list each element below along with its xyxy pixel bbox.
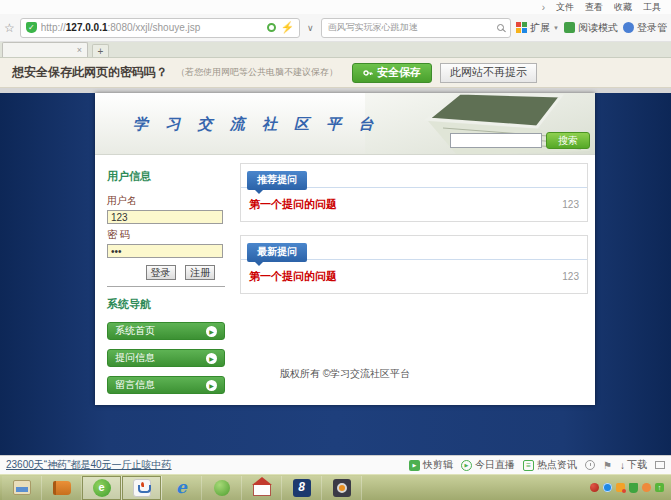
password-field[interactable] — [107, 244, 223, 258]
hot-news-button[interactable]: ≡ 热点资讯 — [523, 458, 577, 472]
live-today-label: 今日直播 — [475, 458, 515, 472]
register-button[interactable]: 注册 — [185, 265, 215, 280]
url-path: :8080/xxjl/shouye.jsp — [108, 22, 201, 33]
login-button-row: 登录 注册 — [107, 262, 223, 280]
taskbar-pea-button[interactable] — [202, 476, 242, 500]
taskbar-notepad-button[interactable] — [2, 476, 42, 500]
latest-section: 最新提问 第一个提问的问题 123 — [240, 235, 588, 294]
username-label: 用户名 — [107, 194, 225, 208]
menu-file[interactable]: 文件 — [556, 1, 574, 14]
question-row: 第一个提问的问题 123 — [241, 260, 587, 293]
url-text: http://127.0.0.1:8080/xxjl/shouye.jsp — [41, 22, 264, 33]
dismiss-site-button[interactable]: 此网站不再提示 — [440, 63, 537, 83]
search-icon[interactable] — [497, 24, 504, 31]
password-save-bar: 想安全保存此网页的密码吗？ （若您使用网吧等公共电脑不建议保存） 安全保存 此网… — [0, 58, 671, 88]
nav-item-questions[interactable]: 提问信息 ▶ — [107, 349, 225, 367]
site-title: 学 习 交 流 社 区 平 台 — [133, 115, 380, 134]
site-body: 用户信息 用户名 密 码 登录 注册 系统导航 系统首页 ▶ — [95, 155, 595, 405]
page-viewport: 学 习 交 流 社 区 平 台 搜索 用户信息 用户名 密 码 登录 注册 — [0, 88, 671, 455]
menu-view[interactable]: 查看 — [585, 1, 603, 14]
menu-collapse-icon[interactable]: › — [542, 2, 545, 13]
main-content: 推荐提问 第一个提问的问题 123 最新提问 第一个提问的问题 — [240, 163, 588, 307]
news-ticker-link[interactable]: 23600天“神药”都是40元一斤止咳中药 — [6, 458, 172, 472]
site-search-input[interactable] — [450, 133, 542, 148]
eight-app-icon: 8 — [293, 479, 311, 497]
nav-item-home[interactable]: 系统首页 ▶ — [107, 322, 225, 340]
sidebar-divider — [107, 286, 225, 287]
download-arrow-icon: ↓ — [620, 460, 625, 471]
flag-icon[interactable]: ⚑ — [603, 460, 612, 471]
question-link[interactable]: 第一个提问的问题 — [249, 197, 337, 212]
extensions-label: 扩展 — [530, 21, 550, 35]
window-icon[interactable] — [655, 461, 665, 469]
url-field[interactable]: ✓ http://127.0.0.1:8080/xxjl/shouye.jsp … — [20, 18, 300, 38]
security-shield-icon[interactable]: ✓ — [26, 22, 37, 33]
live-today-button[interactable]: ▶ 今日直播 — [461, 458, 515, 472]
taskbar-dictionary-button[interactable] — [42, 476, 82, 500]
home-icon — [253, 484, 271, 496]
browser-tab[interactable]: × — [2, 42, 88, 57]
taskbar-java-button[interactable] — [122, 476, 162, 500]
menu-tools[interactable]: 工具 — [643, 1, 661, 14]
screen: › 文件 查看 收藏 工具 ☆ ✓ http://127.0.0.1:8080/… — [0, 0, 671, 500]
java-cup-icon — [133, 479, 151, 497]
new-tab-button[interactable]: + — [92, 44, 109, 57]
tray-blue-star-icon[interactable] — [603, 483, 612, 492]
taskbar-home-button[interactable] — [242, 476, 282, 500]
hot-news-label: 热点资讯 — [537, 458, 577, 472]
extensions-button[interactable]: 扩展 ▼ — [516, 21, 559, 35]
bookmark-star-icon[interactable]: ☆ — [4, 22, 15, 34]
taskbar-media-player-button[interactable] — [322, 476, 362, 500]
speed-bolt-icon[interactable]: ⚡ — [280, 21, 294, 34]
browser-search-box[interactable] — [321, 18, 511, 38]
nav-title: 系统导航 — [107, 297, 225, 312]
tray-orange-badge-icon[interactable] — [616, 483, 625, 492]
url-dropdown-icon[interactable]: ∨ — [305, 23, 316, 33]
system-tray: ↑ — [590, 483, 671, 493]
quick-clip-button[interactable]: ▶ 快剪辑 — [409, 458, 453, 472]
book-icon — [53, 481, 71, 495]
arrow-circle-icon: ▶ — [206, 353, 217, 364]
download-label: 下载 — [627, 458, 647, 472]
menu-favorites[interactable]: 收藏 — [614, 1, 632, 14]
taskbar: e e 8 ↑ — [0, 474, 671, 500]
news-lines-icon: ≡ — [523, 460, 534, 471]
save-password-button[interactable]: 安全保存 — [352, 63, 432, 83]
password-save-hint: （若您使用网吧等公共电脑不建议保存） — [176, 66, 338, 79]
nav-questions-label: 提问信息 — [115, 351, 155, 365]
question-link[interactable]: 第一个提问的问题 — [249, 269, 337, 284]
password-save-question: 想安全保存此网页的密码吗？ — [12, 64, 168, 81]
site-container: 学 习 交 流 社 区 平 台 搜索 用户信息 用户名 密 码 登录 注册 — [95, 93, 595, 405]
tray-orange-dot-icon[interactable] — [642, 483, 651, 492]
login-button[interactable]: 登录 — [146, 265, 176, 280]
history-clock-icon[interactable] — [585, 460, 595, 470]
tray-updater-icon[interactable]: ↑ — [655, 483, 664, 492]
taskbar-360-browser-button[interactable]: e — [82, 476, 122, 500]
url-host: 127.0.0.1 — [66, 22, 108, 33]
internet-explorer-icon: e — [173, 479, 191, 497]
browser-search-input[interactable] — [328, 23, 493, 33]
pea-pod-icon — [214, 480, 230, 496]
notepad-icon — [13, 480, 31, 495]
tray-green-shield-icon[interactable] — [629, 483, 638, 493]
tab-close-icon[interactable]: × — [77, 46, 82, 55]
login-manager-button[interactable]: 登录管 — [623, 21, 667, 35]
recommended-section: 推荐提问 第一个提问的问题 123 — [240, 163, 588, 222]
tray-security-dot-icon[interactable] — [590, 483, 599, 492]
media-player-icon — [333, 479, 351, 497]
taskbar-ie-button[interactable]: e — [162, 476, 202, 500]
extensions-grid-icon — [516, 22, 527, 33]
status-bar: 23600天“神药”都是40元一斤止咳中药 ▶ 快剪辑 ▶ 今日直播 ≡ 热点资… — [0, 455, 671, 474]
quick-clip-label: 快剪辑 — [423, 458, 453, 472]
snapshot-icon[interactable] — [267, 23, 276, 32]
username-field[interactable] — [107, 210, 223, 224]
quick-clip-icon: ▶ — [409, 460, 420, 471]
extensions-caret-icon: ▼ — [553, 25, 559, 31]
save-password-label: 安全保存 — [377, 65, 421, 80]
tab-bar: × + — [0, 42, 671, 58]
taskbar-eight-button[interactable]: 8 — [282, 476, 322, 500]
reading-mode-button[interactable]: 阅读模式 — [564, 21, 618, 35]
download-button[interactable]: ↓ 下载 — [620, 458, 647, 472]
site-search-button[interactable]: 搜索 — [546, 132, 590, 149]
login-label: 登录管 — [637, 21, 667, 35]
